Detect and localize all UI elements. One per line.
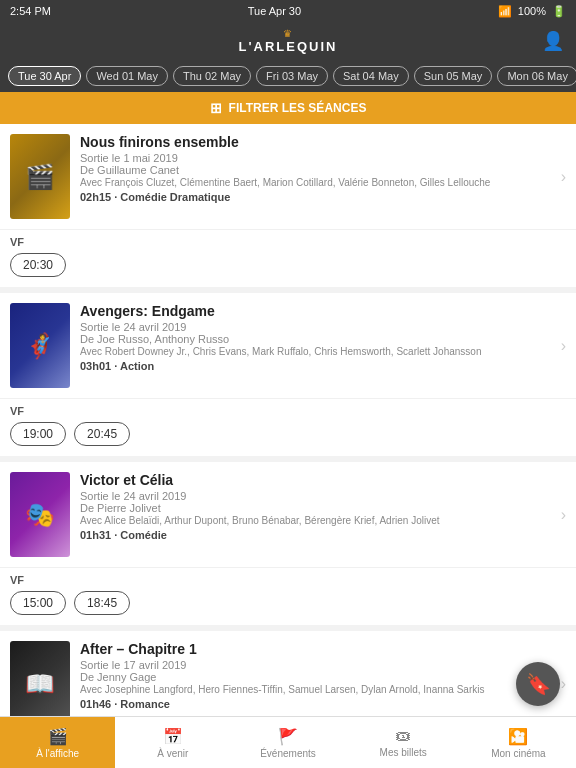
movie-release: Sortie le 17 avril 2019: [80, 659, 555, 671]
session-lang: VF: [10, 574, 566, 586]
filter-bar[interactable]: ⊞ FILTRER LES SÉANCES: [0, 92, 576, 124]
session-time[interactable]: 18:45: [74, 591, 130, 615]
movie-meta: 01h31 · Comédie: [80, 529, 555, 541]
movie-card-avengers: 🦸 Avengers: Endgame Sortie le 24 avril 2…: [0, 293, 576, 456]
movie-poster: 📖: [10, 641, 70, 726]
movie-info: After – Chapitre 1 Sortie le 17 avril 20…: [70, 641, 555, 710]
movie-cast: Avec Josephine Langford, Hero Fiennes-Ti…: [80, 684, 555, 695]
nav-label-a-laffiche: À l'affiche: [36, 748, 79, 759]
nav-label-evenements: Événements: [260, 748, 316, 759]
movie-meta: 02h15 · Comédie Dramatique: [80, 191, 555, 203]
nav-icon-mes-billets: 🎟: [395, 727, 411, 745]
movie-director: De Joe Russo, Anthony Russo: [80, 333, 555, 345]
poster-emoji: 🎭: [25, 501, 55, 529]
movie-poster: 🎭: [10, 472, 70, 557]
movie-info: Nous finirons ensemble Sortie le 1 mai 2…: [70, 134, 555, 203]
battery-icon: 🔋: [552, 5, 566, 18]
movie-title: Avengers: Endgame: [80, 303, 555, 319]
movie-sessions: VF 15:0018:45: [0, 567, 576, 625]
movie-poster: 🦸: [10, 303, 70, 388]
date-tab-fri-03[interactable]: Fri 03 May: [256, 66, 328, 86]
movie-main-row[interactable]: 🎭 Victor et Célia Sortie le 24 avril 201…: [0, 462, 576, 565]
poster-emoji: 🎬: [25, 163, 55, 191]
movie-main-row[interactable]: 🎬 Nous finirons ensemble Sortie le 1 mai…: [0, 124, 576, 227]
bottom-nav: 🎬 À l'affiche 📅 À venir 🚩 Événements 🎟 M…: [0, 716, 576, 768]
session-time[interactable]: 15:00: [10, 591, 66, 615]
wifi-icon: 📶: [498, 5, 512, 18]
nav-label-mon-cinema: Mon cinéma: [491, 748, 545, 759]
app-logo: ♛ L'ARLEQUIN: [239, 28, 338, 54]
nav-item-a-laffiche[interactable]: 🎬 À l'affiche: [0, 717, 115, 768]
date-tab-wed-01[interactable]: Wed 01 May: [86, 66, 168, 86]
date-tab-tue-30[interactable]: Tue 30 Apr: [8, 66, 81, 86]
movie-cast: Avec Robert Downey Jr., Chris Evans, Mar…: [80, 346, 555, 357]
nav-icon-a-laffiche: 🎬: [48, 727, 68, 746]
status-right: 📶 100% 🔋: [498, 5, 566, 18]
chevron-right-icon: ›: [555, 337, 566, 355]
nav-label-a-venir: À venir: [157, 748, 188, 759]
movie-info: Avengers: Endgame Sortie le 24 avril 201…: [70, 303, 555, 372]
session-times: 20:30: [10, 253, 566, 277]
fab-icon: 🔖: [526, 672, 551, 696]
date-tab-sun-05[interactable]: Sun 05 May: [414, 66, 493, 86]
movie-title: Victor et Célia: [80, 472, 555, 488]
battery-level: 100%: [518, 5, 546, 17]
movie-release: Sortie le 1 mai 2019: [80, 152, 555, 164]
content-area: 🎬 Nous finirons ensemble Sortie le 1 mai…: [0, 124, 576, 768]
date-tab-sat-04[interactable]: Sat 04 May: [333, 66, 409, 86]
poster-emoji: 🦸: [25, 332, 55, 360]
movie-director: De Pierre Jolivet: [80, 502, 555, 514]
session-time[interactable]: 19:00: [10, 422, 66, 446]
session-lang: VF: [10, 405, 566, 417]
movie-release: Sortie le 24 avril 2019: [80, 321, 555, 333]
nav-icon-mon-cinema: 🎦: [508, 727, 528, 746]
nav-item-a-venir[interactable]: 📅 À venir: [115, 717, 230, 768]
session-lang: VF: [10, 236, 566, 248]
movie-card-nous-finirons: 🎬 Nous finirons ensemble Sortie le 1 mai…: [0, 124, 576, 287]
session-time[interactable]: 20:30: [10, 253, 66, 277]
movie-meta: 03h01 · Action: [80, 360, 555, 372]
nav-item-evenements[interactable]: 🚩 Événements: [230, 717, 345, 768]
logo-crown-icon: ♛: [283, 28, 292, 39]
movie-director: De Guillaume Canet: [80, 164, 555, 176]
movie-sessions: VF 19:0020:45: [0, 398, 576, 456]
movie-main-row[interactable]: 🦸 Avengers: Endgame Sortie le 24 avril 2…: [0, 293, 576, 396]
movie-cast: Avec François Cluzet, Clémentine Baert, …: [80, 177, 555, 188]
nav-item-mon-cinema[interactable]: 🎦 Mon cinéma: [461, 717, 576, 768]
movie-poster: 🎬: [10, 134, 70, 219]
nav-icon-a-venir: 📅: [163, 727, 183, 746]
movie-list: 🎬 Nous finirons ensemble Sortie le 1 mai…: [0, 124, 576, 768]
movie-director: De Jenny Gage: [80, 671, 555, 683]
movie-info: Victor et Célia Sortie le 24 avril 2019 …: [70, 472, 555, 541]
filter-icon: ⊞: [210, 100, 222, 116]
status-bar: 2:54 PM Tue Apr 30 📶 100% 🔋: [0, 0, 576, 22]
profile-icon: 👤: [542, 31, 564, 51]
date-tabs-container: Tue 30 AprWed 01 MayThu 02 MayFri 03 May…: [0, 60, 576, 92]
movie-title: Nous finirons ensemble: [80, 134, 555, 150]
date-tab-mon-06[interactable]: Mon 06 May: [497, 66, 576, 86]
profile-button[interactable]: 👤: [542, 30, 564, 52]
nav-icon-evenements: 🚩: [278, 727, 298, 746]
movie-release: Sortie le 24 avril 2019: [80, 490, 555, 502]
status-day: Tue Apr 30: [248, 5, 301, 17]
movie-card-victor-celia: 🎭 Victor et Célia Sortie le 24 avril 201…: [0, 462, 576, 625]
session-times: 19:0020:45: [10, 422, 566, 446]
nav-label-mes-billets: Mes billets: [380, 747, 427, 758]
chevron-right-icon: ›: [555, 506, 566, 524]
session-times: 15:0018:45: [10, 591, 566, 615]
header: ♛ L'ARLEQUIN 👤: [0, 22, 576, 60]
movie-cast: Avec Alice Belaïdi, Arthur Dupont, Bruno…: [80, 515, 555, 526]
movie-title: After – Chapitre 1: [80, 641, 555, 657]
movie-meta: 01h46 · Romance: [80, 698, 555, 710]
status-time: 2:54 PM: [10, 5, 51, 17]
nav-item-mes-billets[interactable]: 🎟 Mes billets: [346, 717, 461, 768]
session-time[interactable]: 20:45: [74, 422, 130, 446]
date-tab-thu-02[interactable]: Thu 02 May: [173, 66, 251, 86]
poster-emoji: 📖: [25, 670, 55, 698]
filter-label: FILTRER LES SÉANCES: [229, 101, 367, 115]
fab-button[interactable]: 🔖: [516, 662, 560, 706]
logo-text: L'ARLEQUIN: [239, 39, 338, 54]
movie-sessions: VF 20:30: [0, 229, 576, 287]
chevron-right-icon: ›: [555, 168, 566, 186]
